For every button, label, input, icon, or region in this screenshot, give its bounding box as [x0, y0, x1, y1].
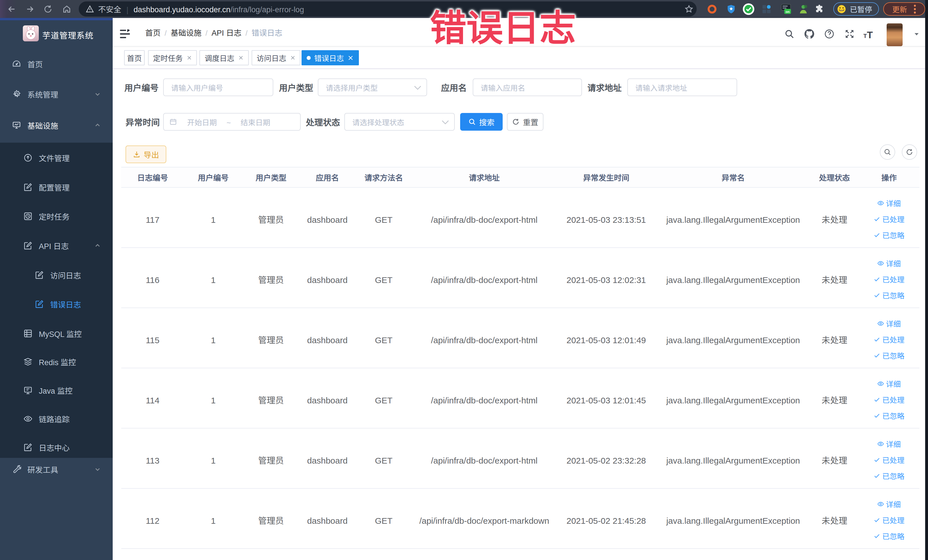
svg-text:on: on — [786, 10, 790, 14]
